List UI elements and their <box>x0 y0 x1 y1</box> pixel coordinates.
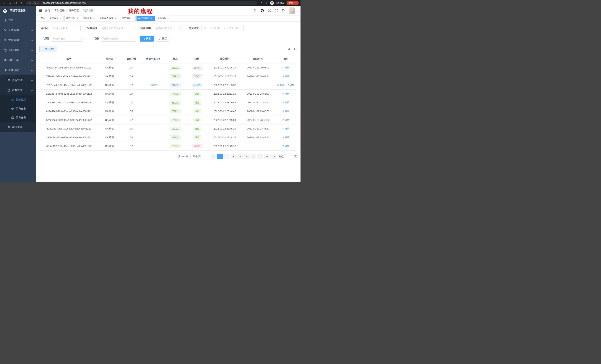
status-badge: 已完成 <box>170 135 180 140</box>
page-button[interactable]: 2 <box>224 154 230 159</box>
chevron-down-icon <box>31 79 33 81</box>
detail-link[interactable]: 详情 <box>282 66 290 69</box>
forward-icon[interactable]: → <box>7 1 12 5</box>
detail-link[interactable]: 详情 <box>287 84 295 87</box>
result-label: 结果 <box>87 37 99 40</box>
detail-link[interactable]: 详情 <box>282 136 290 139</box>
sidebar-item-todo-tasks[interactable]: 待办任务 <box>0 104 36 113</box>
tab-process-model[interactable]: 流程模型× <box>64 16 80 21</box>
url-text: dashboard.yudao.iocoder.cn/bpm/task/my <box>43 2 86 4</box>
user-menu[interactable] <box>289 7 298 14</box>
sidebar-item-done-tasks[interactable]: 已办任务 <box>0 113 36 122</box>
sidebar-item-devtools[interactable]: 研发工具 <box>0 55 36 65</box>
list-icon <box>7 79 10 82</box>
sidebar-item-workflow[interactable]: 工作流程 <box>0 65 36 75</box>
address-bar[interactable]: 不安全 dashboard.yudao.iocoder.cn/bpm/task/… <box>26 1 257 5</box>
avatar[interactable] <box>289 7 295 14</box>
detail-link[interactable]: 详情 <box>282 92 290 95</box>
page-button[interactable]: 5 <box>244 154 250 159</box>
toggle-search-icon[interactable] <box>288 48 290 50</box>
detail-link[interactable]: 详情 <box>282 110 290 113</box>
current-task-link[interactable]: 一级审批 <box>148 84 158 86</box>
github-icon[interactable] <box>260 9 264 12</box>
security-warning-icon[interactable] <box>28 2 31 4</box>
close-icon[interactable]: × <box>76 17 79 20</box>
detail-link[interactable]: 详情 <box>282 144 290 148</box>
table-row: 7317cec6-7b9b-11ec-b5b7-acde48001122 OA … <box>39 81 297 89</box>
cancel-link[interactable]: 取消 <box>277 84 284 87</box>
table-row: ec45f38f-7b9a-11ec-b03b-acde48001122 OA … <box>39 98 297 107</box>
search-icon[interactable] <box>253 9 257 12</box>
goto-page-input[interactable] <box>285 154 293 159</box>
sidebar-item-my-process[interactable]: 我的流程 <box>0 95 36 104</box>
home-icon[interactable] <box>19 1 23 5</box>
tab-process-definition[interactable]: 流程定义× <box>48 16 63 21</box>
process-name-input[interactable] <box>51 25 80 31</box>
sidebar-item-task-management[interactable]: 任务管理 <box>0 85 36 95</box>
home-icon <box>4 19 7 22</box>
password-key-icon[interactable] <box>260 1 263 4</box>
tab-process-form[interactable]: 流程表单× <box>81 16 97 21</box>
chevron-down-icon <box>31 49 33 51</box>
detail-link[interactable]: 详情 <box>282 118 290 122</box>
page-button[interactable]: 1 <box>217 154 223 159</box>
sidebar-item-process-management[interactable]: 流程管理 <box>0 75 36 85</box>
update-browser-button[interactable]: 更新 ⋮ <box>287 1 299 5</box>
date-range-picker[interactable]: 开始日期 - 结束日期 <box>201 25 244 31</box>
hamburger-icon[interactable] <box>39 10 42 12</box>
page-button[interactable]: 4 <box>237 154 243 159</box>
screen: ← → 不安全 dashboard.yudao.iocoder.cn/bpm/t… <box>0 0 300 182</box>
page-button[interactable]: 3 <box>231 154 236 159</box>
refresh-icon[interactable] <box>294 48 297 50</box>
tab-start-process[interactable]: 发起流程× <box>156 16 171 21</box>
sidebar-item-system[interactable]: 系统管理 <box>0 25 36 35</box>
tab-user-group[interactable]: 用户分组× <box>120 16 136 21</box>
prev-page-button[interactable] <box>210 154 216 159</box>
tab-my-process[interactable]: 我的流程× <box>137 16 155 21</box>
detail-link[interactable]: 详情 <box>282 127 290 130</box>
search-button[interactable]: 搜索 <box>140 36 154 42</box>
status-select[interactable] <box>51 36 82 42</box>
fullscreen-icon[interactable] <box>275 9 278 12</box>
sidebar-item-home[interactable]: 首页 <box>0 15 36 25</box>
breadcrumb-item[interactable]: 首页 <box>45 9 50 12</box>
bookmark-star-icon[interactable]: ☆ <box>265 1 268 5</box>
back-icon[interactable]: ← <box>2 1 7 5</box>
page-button[interactable]: 11 <box>264 154 270 159</box>
close-icon[interactable]: × <box>150 17 153 20</box>
detail-link[interactable]: 详情 <box>282 75 290 78</box>
tab-home[interactable]: 首页 <box>39 16 47 21</box>
reload-icon[interactable] <box>13 1 18 5</box>
tab-process-form-edit[interactable]: 流程表单-编辑× <box>98 16 119 21</box>
total-count: 共 104 条 <box>178 155 188 158</box>
detail-link[interactable]: 详情 <box>282 101 290 104</box>
page-content: 流程名 所属流程 流程分类 提交时间 <box>36 21 300 182</box>
close-icon[interactable]: × <box>93 17 95 20</box>
sidebar-item-leave-query[interactable]: 请假查询 <box>0 122 36 132</box>
close-icon[interactable]: × <box>131 17 134 20</box>
goto-unit: 页 <box>294 155 297 158</box>
status-badge: 已完成 <box>170 118 180 122</box>
process-id-input[interactable] <box>99 25 134 31</box>
app-logo[interactable]: 芋道管理系统 <box>0 6 36 15</box>
result-select[interactable] <box>101 36 136 42</box>
breadcrumb-item[interactable]: 任务管理 <box>69 9 79 12</box>
close-icon[interactable]: × <box>167 17 170 20</box>
category-select[interactable] <box>153 25 183 31</box>
sidebar-item-infrastructure[interactable]: 基础设施 <box>0 45 36 55</box>
close-icon[interactable]: × <box>115 17 117 20</box>
table-row: 67c2eaab-7b9a-11ec-a290-acde48001122 OA … <box>39 115 297 124</box>
date-end-placeholder: 结束日期 <box>226 27 242 30</box>
reset-button[interactable]: 重置 <box>156 36 170 42</box>
status-badge: 已完成 <box>170 101 180 105</box>
sidebar-item-payment[interactable]: ¥ 支付管理 <box>0 35 36 45</box>
font-size-icon[interactable]: TT <box>282 9 285 12</box>
more-pages-button[interactable]: ··· <box>257 154 263 159</box>
breadcrumb-item[interactable]: 工作流程 <box>54 9 65 12</box>
help-icon[interactable] <box>268 9 271 12</box>
close-icon[interactable]: × <box>59 17 62 20</box>
result-badge: 不通过 <box>192 144 202 148</box>
create-process-button[interactable]: + 发起流程 <box>39 46 57 52</box>
page-button[interactable]: 6 <box>251 154 256 159</box>
next-page-button[interactable] <box>271 154 276 159</box>
